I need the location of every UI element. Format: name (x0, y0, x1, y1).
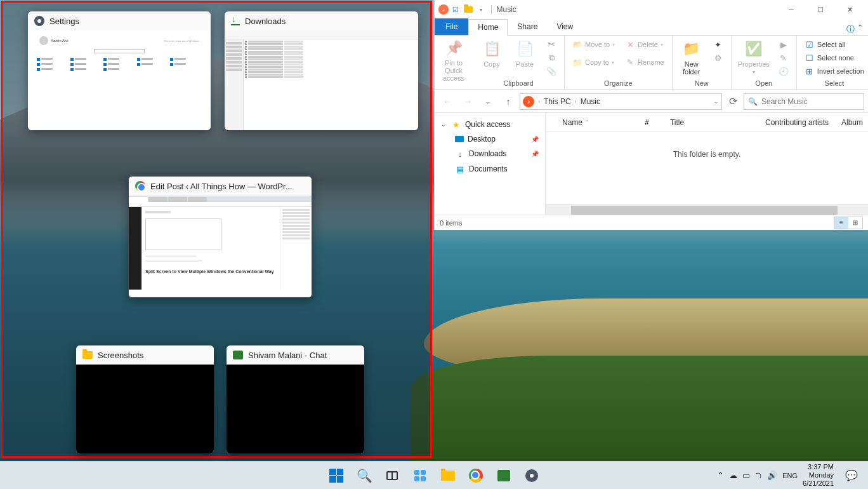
history-button[interactable]: 🕘 (776, 65, 791, 77)
thumb-title: Downloads (245, 17, 286, 26)
breadcrumb-current[interactable]: Music (581, 97, 600, 106)
select-none-button[interactable]: ☐Select none (802, 51, 867, 64)
settings-preview: Kazim AlviGet even more out of Windows (28, 30, 211, 130)
onedrive-icon[interactable]: ☁ (729, 471, 737, 480)
thumb-title: Settings (49, 17, 79, 26)
system-tray[interactable]: ⌃ ☁ ▭ ◠ 🔊 ENG (717, 471, 798, 480)
volume-icon[interactable]: 🔊 (767, 471, 777, 480)
notifications-button[interactable]: 💬 (839, 463, 864, 488)
open-button[interactable]: ▶ (776, 38, 791, 51)
invert-selection-button[interactable]: ⊞Invert selection (802, 65, 867, 77)
maximize-button[interactable]: ☐ (806, 0, 835, 19)
edit-icon: ✎ (779, 53, 789, 63)
rename-icon (625, 57, 635, 67)
forward-button[interactable]: → (459, 93, 477, 111)
minimize-button[interactable]: ─ (777, 0, 806, 19)
ribbon: Pin to Quick access Copy Paste ⧉ 📎 Clipb… (435, 36, 868, 90)
group-select-label: Select (801, 79, 868, 88)
breadcrumb-root[interactable]: This PC (544, 97, 571, 106)
new-item-button[interactable]: ✦ (711, 38, 726, 51)
col-name[interactable]: Name⌃ (557, 118, 640, 127)
snap-thumb-chat[interactable]: Shivam Malani - Chat (227, 345, 364, 453)
invert-icon: ⊞ (805, 66, 815, 76)
search-button[interactable]: 🔍 (352, 463, 377, 488)
tab-view[interactable]: View (547, 18, 582, 35)
settings-button[interactable] (519, 463, 544, 488)
tab-home[interactable]: Home (468, 19, 508, 36)
widgets-button[interactable] (407, 463, 433, 488)
group-clipboard-label: Clipboard (477, 79, 560, 88)
selectnone-icon: ☐ (805, 53, 815, 63)
rename-button[interactable]: Rename (622, 56, 667, 69)
copy-button[interactable]: Copy (477, 37, 507, 70)
col-title[interactable]: Title (665, 118, 760, 127)
wifi-icon[interactable]: ◠ (753, 469, 765, 481)
move-to-button[interactable]: Move to▾ (570, 38, 617, 51)
ribbon-collapse-icon[interactable]: ⓘ (846, 23, 855, 35)
cut-button[interactable] (544, 38, 559, 51)
status-bar: 0 items ≡ ⊞ (435, 215, 868, 230)
back-button[interactable]: ← (438, 93, 456, 111)
newfolder-icon (681, 39, 702, 59)
paste-shortcut-button[interactable]: 📎 (544, 65, 559, 77)
paste-button[interactable]: Paste (510, 37, 540, 70)
screenshots-preview (76, 365, 214, 453)
qat-properties-icon[interactable]: ☑ (450, 4, 461, 15)
ribbon-help-icon[interactable]: ⌃ (857, 23, 863, 35)
search-box[interactable]: 🔍 Search Music (744, 93, 864, 110)
tab-file[interactable]: File (435, 18, 468, 35)
select-all-button[interactable]: Select all (802, 38, 867, 51)
language-indicator[interactable]: ENG (782, 472, 798, 479)
col-artists[interactable]: Contributing artists (760, 118, 836, 127)
edit-button[interactable]: ✎ (776, 51, 791, 64)
thumbnails-view-button[interactable]: ⊞ (848, 217, 862, 229)
address-bar[interactable]: ♪ › This PC › Music ⌄ (520, 93, 722, 110)
chat-button[interactable] (491, 463, 516, 488)
sidebar-documents[interactable]: ▤ Documents (435, 161, 545, 177)
sidebar-downloads[interactable]: ↓ Downloads 📌 (435, 146, 545, 161)
refresh-button[interactable]: ⟳ (725, 93, 741, 110)
copy-icon (482, 39, 502, 59)
download-icon: ↓ (455, 149, 465, 159)
file-list[interactable]: Name⌃ # Title Contributing artists Album… (546, 113, 868, 215)
qat-folder-icon[interactable] (463, 4, 474, 15)
close-button[interactable]: ✕ (835, 0, 864, 19)
copy-to-button[interactable]: 📁Copy to▾ (570, 56, 617, 69)
start-button[interactable] (324, 463, 349, 488)
col-num[interactable]: # (640, 118, 665, 127)
file-explorer-button[interactable] (435, 463, 461, 488)
snap-thumb-downloads[interactable]: Downloads (225, 11, 418, 130)
folder-icon (82, 351, 93, 359)
task-view-button[interactable] (379, 463, 405, 488)
sidebar-quick-access[interactable]: ⌄ ★ Quick access (435, 117, 545, 132)
pin-quick-access-button[interactable]: Pin to Quick access (438, 37, 469, 84)
delete-button[interactable]: Delete▾ (622, 38, 667, 51)
battery-icon[interactable]: ▭ (742, 471, 750, 480)
pin-icon (444, 39, 463, 58)
titlebar[interactable]: ♪ ☑ ▾ │ Music ─ ☐ ✕ (435, 0, 868, 19)
tab-share[interactable]: Share (508, 18, 547, 35)
sidebar-desktop[interactable]: Desktop 📌 (435, 132, 545, 146)
up-button[interactable]: ↑ (499, 93, 517, 111)
clock-date: 6/21/2021 (803, 479, 834, 488)
horizontal-scrollbar[interactable] (546, 204, 868, 215)
music-folder-icon: ♪ (438, 4, 449, 15)
chrome-button[interactable] (463, 463, 489, 488)
copypath-icon: ⧉ (546, 53, 556, 63)
copy-path-button[interactable]: ⧉ (544, 51, 559, 64)
snap-thumb-screenshots[interactable]: Screenshots (76, 345, 214, 453)
clock[interactable]: 3:37 PM Monday 6/21/2021 (803, 463, 834, 488)
tray-chevron-icon[interactable]: ⌃ (717, 471, 724, 480)
recent-dropdown[interactable]: ⌄ (479, 93, 497, 111)
file-explorer-window: ♪ ☑ ▾ │ Music ─ ☐ ✕ File Home Share View… (434, 0, 868, 230)
snap-thumb-settings[interactable]: Settings Kazim AlviGet even more out of … (28, 11, 211, 130)
addr-dropdown-icon[interactable]: ⌄ (714, 98, 719, 105)
new-folder-button[interactable]: New folder (676, 37, 707, 77)
col-album[interactable]: Album (836, 118, 868, 127)
qat-dropdown-icon[interactable]: ▾ (475, 4, 487, 15)
chevron-down-icon[interactable]: ⌄ (441, 121, 447, 128)
details-view-button[interactable]: ≡ (834, 217, 848, 229)
properties-button[interactable]: Properties▾ (735, 37, 772, 77)
easy-access-button[interactable]: ⚙ (711, 51, 726, 64)
snap-thumb-chrome[interactable]: Edit Post ‹ All Things How — WordPr... S… (128, 176, 312, 298)
